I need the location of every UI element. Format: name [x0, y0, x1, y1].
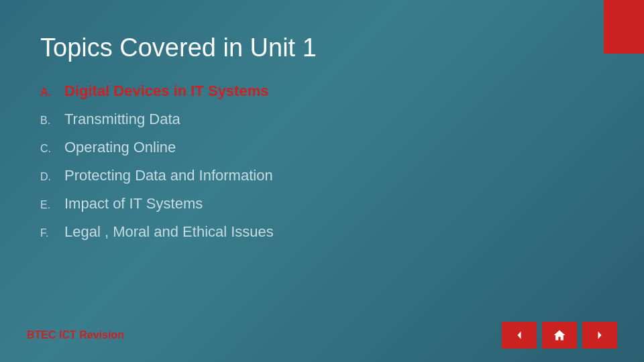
topic-text: Protecting Data and Information	[64, 167, 273, 184]
topic-text: Operating Online	[64, 139, 176, 156]
topic-letter: A.	[40, 86, 64, 99]
svg-marker-0	[518, 331, 521, 339]
nav-back-button[interactable]	[502, 322, 537, 349]
top-right-decoration	[604, 0, 644, 54]
slide: Topics Covered in Unit 1 A.Digital Devic…	[0, 0, 644, 362]
footer-label: BTEC ICT Revision	[27, 329, 124, 341]
topic-text: Impact of IT Systems	[64, 195, 203, 213]
topic-text: Legal , Moral and Ethical Issues	[64, 223, 274, 241]
topics-list: A.Digital Devices in IT SystemsB.Transmi…	[40, 82, 604, 241]
topic-text: Digital Devices in IT Systems	[64, 82, 268, 100]
topic-item: C.Operating Online	[40, 139, 604, 156]
topic-item: A.Digital Devices in IT Systems	[40, 82, 604, 100]
topic-letter: F.	[40, 227, 64, 239]
nav-home-button[interactable]	[542, 322, 577, 349]
nav-buttons	[502, 322, 617, 349]
forward-icon	[593, 328, 606, 342]
topic-item: B.Transmitting Data	[40, 111, 604, 128]
topic-letter: C.	[40, 143, 64, 155]
topic-item: E.Impact of IT Systems	[40, 195, 604, 213]
home-icon	[553, 328, 566, 342]
topic-item: F.Legal , Moral and Ethical Issues	[40, 223, 604, 241]
footer: BTEC ICT Revision	[27, 322, 617, 349]
topic-letter: E.	[40, 199, 64, 211]
topic-text: Transmitting Data	[64, 111, 180, 128]
topic-letter: B.	[40, 115, 64, 127]
nav-forward-button[interactable]	[582, 322, 617, 349]
slide-title: Topics Covered in Unit 1	[40, 34, 604, 62]
back-icon	[513, 328, 526, 342]
topic-letter: D.	[40, 171, 64, 183]
topic-item: D.Protecting Data and Information	[40, 167, 604, 184]
svg-marker-1	[598, 331, 602, 339]
